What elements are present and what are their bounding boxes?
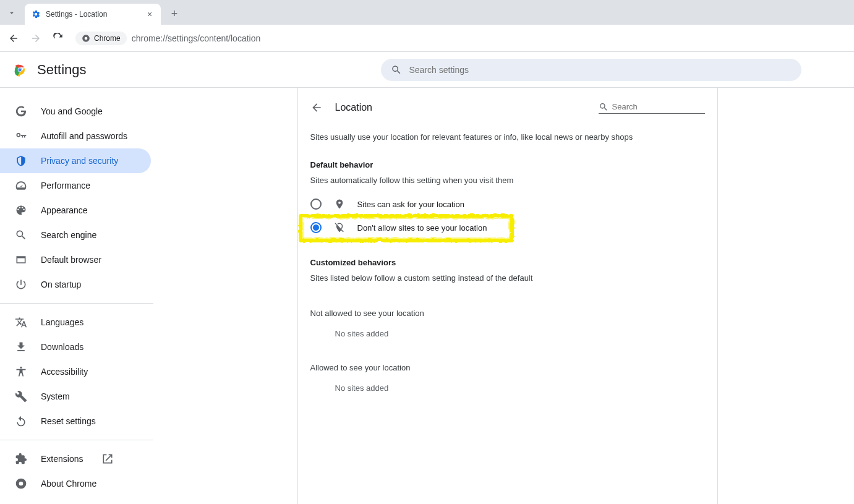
sidebar-item-about[interactable]: About Chrome [0,471,151,496]
sidebar-item-reset[interactable]: Reset settings [0,409,151,434]
allowed-heading: Allowed to see your location [298,344,717,377]
page-title: Settings [37,62,87,78]
svg-point-8 [19,482,23,486]
search-icon [599,102,608,112]
search-icon [15,229,27,241]
customized-behaviors-sub: Sites listed below follow a custom setti… [298,273,717,283]
shield-icon [15,155,27,167]
sidebar-item-languages[interactable]: Languages [0,310,151,335]
sidebar-item-privacy[interactable]: Privacy and security [0,148,151,173]
radio-unchecked-icon [310,199,322,210]
gear-icon [31,9,41,19]
not-allowed-heading: Not allowed to see your location [298,290,717,323]
main-area: You and Google Autofill and passwords Pr… [0,88,854,504]
chrome-chip: Chrome [75,32,127,45]
sidebar-item-autofill[interactable]: Autofill and passwords [0,124,151,148]
key-icon [15,130,27,142]
sidebar-item-system[interactable]: System [0,384,151,409]
download-icon [15,341,27,353]
settings-header: Settings [0,52,854,88]
tab-strip: Settings - Location × + [0,0,854,25]
close-tab-button[interactable]: × [145,9,155,19]
sidebar-item-extensions[interactable]: Extensions [0,446,151,471]
content-search[interactable] [599,102,705,114]
not-allowed-empty: No sites added [298,323,717,344]
default-behavior-sub: Sites automatically follow this setting … [298,176,717,185]
sidebar: You and Google Autofill and passwords Pr… [0,88,161,504]
reload-button[interactable] [49,30,67,47]
settings-content: Location Sites usually use your location… [297,88,718,504]
palette-icon [15,204,27,216]
accessibility-icon [15,365,27,378]
back-arrow-button[interactable] [310,101,323,114]
search-settings-input[interactable] [409,65,792,75]
search-icon [391,64,402,75]
extension-icon [15,453,27,465]
translate-icon [15,316,27,328]
browser-icon [15,254,27,266]
sidebar-item-accessibility[interactable]: Accessibility [0,359,151,384]
sidebar-item-default-browser[interactable]: Default browser [0,247,151,272]
chrome-icon [15,477,27,490]
location-off-icon [334,222,345,233]
customized-behaviors-heading: Customized behaviors [298,258,717,267]
default-behavior-heading: Default behavior [298,160,717,169]
tab-title: Settings - Location [46,10,140,19]
forward-button[interactable] [27,30,45,47]
back-button[interactable] [5,30,22,47]
location-description: Sites usually use your location for rele… [298,132,717,142]
browser-tab[interactable]: Settings - Location × [25,4,161,25]
address-bar[interactable]: Chrome chrome://settings/content/locatio… [72,29,849,48]
sidebar-divider [0,303,153,304]
search-settings[interactable] [381,59,801,81]
chrome-logo-icon [12,62,27,77]
open-external-icon [101,453,114,465]
google-g-icon [15,105,27,117]
radio-sites-can-ask[interactable]: Sites can ask for your location [298,192,717,216]
svg-point-1 [85,36,88,40]
radio-dont-allow[interactable]: Don't allow sites to see your location [298,216,717,239]
sidebar-item-downloads[interactable]: Downloads [0,335,151,359]
sidebar-divider [0,440,153,440]
location-on-icon [334,199,345,210]
sidebar-item-on-startup[interactable]: On startup [0,272,151,297]
wrench-icon [15,390,27,403]
sidebar-item-appearance[interactable]: Appearance [0,198,151,223]
chrome-icon [82,34,90,43]
content-search-input[interactable] [612,102,705,111]
sidebar-item-you-and-google[interactable]: You and Google [0,99,151,124]
tab-search-button[interactable] [2,4,21,22]
sidebar-item-search-engine[interactable]: Search engine [0,223,151,247]
allowed-empty: No sites added [298,377,717,399]
new-tab-button[interactable]: + [166,5,183,22]
sidebar-item-performance[interactable]: Performance [0,173,151,198]
url-text: chrome://settings/content/location [132,33,261,43]
reset-icon [15,415,27,427]
speedometer-icon [15,179,27,192]
content-title: Location [335,102,586,113]
radio-checked-icon [310,222,322,233]
power-icon [15,278,27,291]
browser-toolbar: Chrome chrome://settings/content/locatio… [0,25,854,52]
